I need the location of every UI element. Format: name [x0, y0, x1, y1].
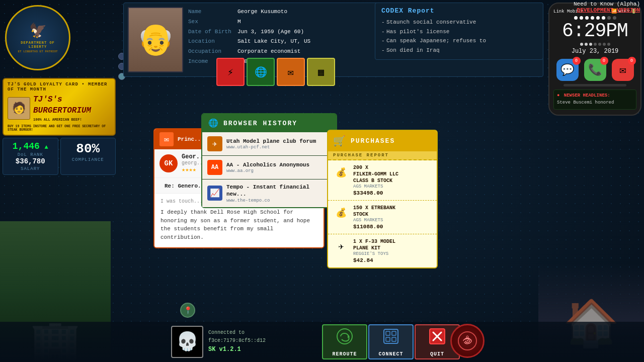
version-label: SK v1.2.1 — [208, 345, 266, 354]
svg-rect-4 — [392, 331, 396, 335]
codex-panel: CODEX Report Staunch social conservative… — [375, 3, 543, 60]
purchase-item-2: 💰 150 X ETREBANKSTOCK AGS MARKETS $11088… — [328, 201, 437, 234]
svg-point-11 — [466, 336, 468, 338]
svg-point-0 — [337, 329, 352, 344]
card-person-image: 🧑 — [8, 97, 30, 120]
purchase-icon-stock2: 💰 — [333, 205, 349, 221]
phone-lock-dots — [553, 16, 636, 20]
codex-title: CODEX Report — [381, 7, 537, 15]
phone-app-icon[interactable]: 📞 0 — [584, 59, 606, 81]
email-header-icon: ✉ — [159, 132, 174, 146]
purchases-subtitle: PURCHASE REPORT — [328, 151, 437, 160]
phone-time: 6:29PM — [553, 22, 636, 41]
phone-time-dots — [553, 43, 636, 46]
hacker-logo-area: 💀 Connected to f3ce:7179:8cf5::d12 SK v1… — [171, 326, 266, 358]
connection-info: Connected to f3ce:7179:8cf5::d12 SK v1.2… — [208, 329, 266, 354]
browser-icon-tempo: 📈 — [207, 186, 222, 201]
messages-app-icon[interactable]: 💬 0 — [556, 59, 579, 81]
tool-button-lightning[interactable]: ⚡ — [216, 58, 245, 86]
browser-history-header: 🌐 BROWSER HISTORY — [202, 114, 336, 132]
purchase-icon-plane-kit: ✈ — [333, 238, 349, 254]
reroute-icon — [336, 327, 354, 349]
department-seal: 🦅 DEPARTMENT OF LIBERTY ET LIBERTAS ET P… — [5, 5, 75, 80]
tool-buttons: ⚡ 🌐 ✉ ▦ — [216, 58, 335, 86]
newser-box: ● NEWSER HEADLINES: Steve Buscemi honore… — [553, 89, 636, 110]
phone-unlock-bar — [564, 84, 626, 86]
codex-item-3: Can speak Japanese; refuses to — [381, 36, 537, 46]
dev-version-label: Need to Know (Alpha) DEVELOPMENT VERSION — [574, 1, 640, 13]
reroute-button[interactable]: REROUTE — [322, 324, 367, 359]
purchases-panel: 🛒 PURCHASES PURCHASE REPORT 💰 200 XFILKI… — [327, 130, 438, 268]
fingerprint-button[interactable] — [450, 324, 485, 358]
map-location-dot[interactable]: 📍 — [180, 303, 195, 318]
compliance-stat: 80% COMPLIANCE — [60, 138, 116, 175]
purchase-item-3: ✈ 1 X F-33 MODELPLANE KIT REGGIE'S TOYS … — [328, 234, 437, 267]
browser-icon-plane: ✈ — [207, 136, 222, 151]
svg-rect-5 — [386, 337, 390, 341]
tool-button-grid[interactable]: ▦ — [307, 58, 335, 86]
purchase-item-1: 💰 200 XFILKIR-GOMM LLCCLASS B STOCK AGS … — [328, 160, 437, 201]
purchase-icon-stock1: 💰 — [333, 164, 349, 180]
purchases-header: 🛒 PURCHASES — [328, 131, 437, 151]
loyalty-card: TJ'S GOLD LOYALTY CARD • MEMBER OF THE M… — [3, 78, 116, 136]
tool-button-globe[interactable]: 🌐 — [247, 58, 275, 86]
codex-item-2: Has pilot's license — [381, 27, 537, 37]
profile-photo: 👴 — [128, 7, 183, 72]
connect-icon — [382, 327, 400, 349]
left-panel: TJ'S GOLD LOYALTY CARD • MEMBER OF THE M… — [3, 78, 116, 175]
tool-button-mail[interactable]: ✉ — [277, 58, 305, 86]
connect-button[interactable]: CONNECT — [368, 324, 414, 359]
browser-icon-aa: AA — [207, 160, 222, 175]
browser-item-2[interactable]: AA AA - Alcoholics Anonymous www.aa.org — [202, 156, 336, 179]
svg-rect-3 — [386, 331, 390, 335]
phone-apps: 💬 0 📞 0 ✉ 0 — [553, 59, 636, 81]
browser-item-3[interactable]: 📈 Tempo - Instant financial new... www.t… — [202, 179, 336, 207]
quit-icon — [428, 327, 446, 349]
svg-rect-6 — [392, 337, 396, 341]
phone-date: July 23, 2019 — [553, 48, 636, 55]
codex-item-4: Son died in Iraq — [381, 46, 537, 55]
browser-history-panel: 🌐 BROWSER HISTORY ✈ Utah Model plane clu… — [201, 113, 337, 208]
phone: Link Mobile 📶 WiFi 🔋 6:29PM July 23, 201… — [548, 3, 641, 116]
rank-stat: 1,446 ▲ DoL RANK $36,780 SALARY — [3, 138, 58, 175]
bottom-action-buttons: REROUTE CONNECT — [322, 324, 460, 359]
restaurant-name: TJ'S's BURGERTORIUM — [33, 94, 91, 117]
skull-icon: 💀 — [171, 326, 203, 358]
email-avatar: GK — [159, 154, 178, 172]
codex-item-1: Staunch social conservative — [381, 18, 537, 27]
browser-item-1[interactable]: ✈ Utah Model plane club forum www.utah-p… — [202, 132, 336, 156]
bottom-bar: 💀 Connected to f3ce:7179:8cf5::d12 SK v1… — [0, 322, 644, 362]
mail-app-icon[interactable]: ✉ 0 — [612, 59, 634, 81]
